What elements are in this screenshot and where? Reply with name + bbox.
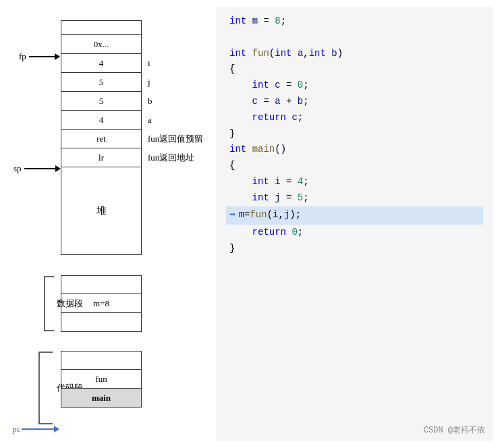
code-line-blank-1 [226,30,483,46]
code-cell-main: main [61,389,142,408]
current-line-arrow: ➡ [229,206,236,225]
code-line-8: int main() [226,142,483,158]
watermark: CSDN @老袆不依 [424,424,485,436]
code-line-11: int j = 5; [226,190,483,206]
cell-value: 5 [99,96,104,107]
code-line-3: { [226,61,483,78]
cell-label-b: b [148,96,152,107]
code-line-9: { [226,158,483,174]
mem-cell-i: 4 i [61,54,142,73]
code-line-10: int i = 4; [226,174,483,190]
code-line-2: int fun(int a,int b) [226,46,483,62]
mem-cell-addr: 0x... [61,35,142,54]
mem-cell-ret: ret fun返回值预留 [61,130,142,148]
kw-int-2: int [229,48,246,59]
sp-line [24,168,55,169]
code-line-4: int c = 0; [226,78,483,94]
data-m-value: m=8 [93,298,109,309]
data-bracket-svg [42,275,55,332]
code-empty [61,351,142,370]
kw-int-1: int [229,16,246,26]
stack-area: 0x... 4 i 5 j 5 b 4 a [61,20,142,255]
code-segment-cells: fun main [61,351,142,408]
cell-value: ret [96,134,106,144]
mem-cell-empty-top [61,20,142,35]
code-line-5: c = a + b; [226,94,483,110]
pc-pointer: pc [12,424,59,435]
code-bracket-svg [36,351,55,425]
code-line-6: return c; [226,110,483,126]
fp-arrow [55,53,60,60]
heap-label: 堆 [96,204,107,217]
mem-cell-lr: lr fun返回地址 [61,148,142,167]
code-line-12-highlighted: ➡m = fun(i, j); [226,206,483,225]
memory-diagram: 0x... 4 i 5 j 5 b 4 a [7,7,209,441]
heap-area: 堆 [61,167,142,255]
data-empty-bot [61,313,142,332]
cell-label-ret: fun返回值预留 [148,133,203,145]
data-segment-cells: m=8 [61,275,142,332]
cell-value: lr [99,152,104,163]
cell-value: 4 [99,58,104,69]
pc-line [22,428,54,430]
main-label: main [92,393,111,403]
cell-value: 4 [99,115,104,125]
code-cell-fun: fun [61,370,142,389]
pc-arrow [54,426,59,432]
cell-label-lr: fun返回地址 [148,152,194,164]
cell-label-a: a [148,115,152,125]
pc-label: pc [12,424,20,435]
fp-line [29,56,55,57]
mem-cell-b: 5 b [61,92,142,111]
code-line-7: } [226,126,483,142]
data-cell-m: m=8 [61,294,142,313]
code-line-1: int m = 8; [226,13,483,30]
mem-cell-a: 4 a [61,111,142,130]
fun-label: fun [95,374,107,385]
code-line-13: return 0; [226,225,483,241]
code-display: int m = 8; int fun(int a,int b) { int c … [216,7,493,441]
code-line-14: } [226,241,483,257]
sp-pointer: sp [13,163,61,174]
cell-value: 0x... [94,39,109,50]
cell-label-j: j [148,77,150,88]
sp-label: sp [13,163,22,174]
cell-value: 5 [99,77,104,88]
cell-label-i: i [148,58,150,69]
mem-cell-j: 5 j [61,73,142,92]
fp-label: fp [19,51,26,62]
fp-pointer: fp [19,51,60,62]
data-empty-top [61,275,142,294]
sp-arrow [55,165,61,172]
